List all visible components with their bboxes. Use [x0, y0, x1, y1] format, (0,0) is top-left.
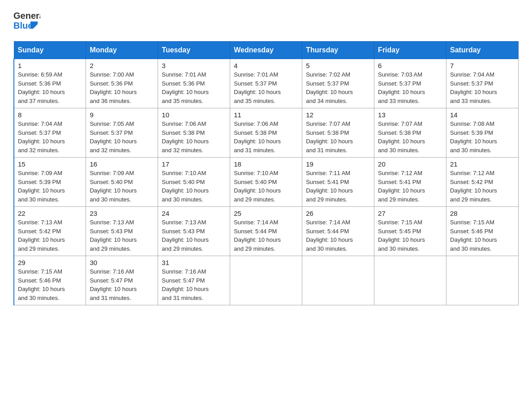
calendar-cell: 20 Sunrise: 7:12 AMSunset: 5:41 PMDaylig… [374, 158, 446, 207]
day-info: Sunrise: 7:13 AMSunset: 5:43 PMDaylight:… [90, 218, 154, 253]
calendar-week-row: 1 Sunrise: 6:59 AMSunset: 5:36 PMDayligh… [14, 59, 519, 108]
calendar-cell: 19 Sunrise: 7:11 AMSunset: 5:41 PMDaylig… [302, 158, 374, 207]
calendar-cell: 6 Sunrise: 7:03 AMSunset: 5:37 PMDayligh… [374, 59, 446, 108]
calendar-cell: 29 Sunrise: 7:15 AMSunset: 5:46 PMDaylig… [14, 256, 86, 305]
day-number: 25 [234, 210, 298, 217]
day-number: 26 [306, 210, 370, 217]
day-info: Sunrise: 7:11 AMSunset: 5:41 PMDaylight:… [306, 169, 370, 204]
day-info: Sunrise: 7:14 AMSunset: 5:44 PMDaylight:… [234, 218, 298, 253]
calendar-cell: 27 Sunrise: 7:15 AMSunset: 5:45 PMDaylig… [374, 207, 446, 256]
page-header: General Blue [13, 9, 519, 33]
calendar-cell: 13 Sunrise: 7:07 AMSunset: 5:38 PMDaylig… [374, 108, 446, 158]
day-number: 12 [306, 111, 370, 119]
calendar-cell: 30 Sunrise: 7:16 AMSunset: 5:47 PMDaylig… [86, 256, 158, 305]
calendar-cell: 15 Sunrise: 7:09 AMSunset: 5:39 PMDaylig… [14, 158, 86, 207]
calendar-cell: 22 Sunrise: 7:13 AMSunset: 5:42 PMDaylig… [14, 207, 86, 256]
calendar-cell: 24 Sunrise: 7:13 AMSunset: 5:43 PMDaylig… [158, 207, 230, 256]
day-info: Sunrise: 7:09 AMSunset: 5:40 PMDaylight:… [90, 169, 154, 204]
day-number: 29 [18, 259, 82, 266]
day-info: Sunrise: 7:01 AMSunset: 5:37 PMDaylight:… [234, 70, 298, 105]
svg-text:General: General [13, 11, 40, 21]
day-info: Sunrise: 7:12 AMSunset: 5:41 PMDaylight:… [378, 169, 442, 204]
calendar-cell: 4 Sunrise: 7:01 AMSunset: 5:37 PMDayligh… [230, 59, 302, 108]
day-info: Sunrise: 7:02 AMSunset: 5:37 PMDaylight:… [306, 70, 370, 105]
day-info: Sunrise: 7:10 AMSunset: 5:40 PMDaylight:… [162, 169, 226, 204]
day-header-wednesday: Wednesday [230, 42, 302, 59]
calendar-cell: 25 Sunrise: 7:14 AMSunset: 5:44 PMDaylig… [230, 207, 302, 256]
day-number: 8 [18, 111, 82, 119]
day-info: Sunrise: 7:08 AMSunset: 5:39 PMDaylight:… [450, 120, 515, 154]
day-number: 28 [450, 210, 515, 217]
calendar-cell: 7 Sunrise: 7:04 AMSunset: 5:37 PMDayligh… [446, 59, 519, 108]
logo: General Blue [13, 9, 40, 33]
day-info: Sunrise: 7:12 AMSunset: 5:42 PMDaylight:… [450, 169, 515, 204]
day-number: 30 [90, 259, 154, 266]
day-info: Sunrise: 7:04 AMSunset: 5:37 PMDaylight:… [18, 120, 82, 154]
day-info: Sunrise: 7:09 AMSunset: 5:39 PMDaylight:… [18, 169, 82, 204]
day-header-thursday: Thursday [302, 42, 374, 59]
calendar-cell: 11 Sunrise: 7:06 AMSunset: 5:38 PMDaylig… [230, 108, 302, 158]
day-number: 31 [162, 259, 226, 266]
calendar-cell: 2 Sunrise: 7:00 AMSunset: 5:36 PMDayligh… [86, 59, 158, 108]
day-info: Sunrise: 7:04 AMSunset: 5:37 PMDaylight:… [450, 70, 515, 105]
day-info: Sunrise: 7:05 AMSunset: 5:37 PMDaylight:… [90, 120, 154, 154]
day-number: 15 [18, 160, 82, 168]
day-header-monday: Monday [86, 42, 158, 59]
calendar-cell [374, 256, 446, 305]
day-number: 20 [378, 160, 442, 168]
day-info: Sunrise: 7:06 AMSunset: 5:38 PMDaylight:… [234, 120, 298, 154]
svg-text:Blue: Blue [13, 21, 33, 30]
day-number: 6 [378, 62, 442, 69]
calendar-cell: 23 Sunrise: 7:13 AMSunset: 5:43 PMDaylig… [86, 207, 158, 256]
calendar-cell: 28 Sunrise: 7:15 AMSunset: 5:46 PMDaylig… [446, 207, 519, 256]
day-info: Sunrise: 7:07 AMSunset: 5:38 PMDaylight:… [378, 120, 442, 154]
calendar-cell: 18 Sunrise: 7:10 AMSunset: 5:40 PMDaylig… [230, 158, 302, 207]
day-number: 19 [306, 160, 370, 168]
day-info: Sunrise: 7:15 AMSunset: 5:46 PMDaylight:… [450, 218, 515, 253]
calendar-week-row: 29 Sunrise: 7:15 AMSunset: 5:46 PMDaylig… [14, 256, 519, 305]
calendar-cell: 17 Sunrise: 7:10 AMSunset: 5:40 PMDaylig… [158, 158, 230, 207]
day-info: Sunrise: 7:06 AMSunset: 5:38 PMDaylight:… [162, 120, 226, 154]
calendar-cell: 8 Sunrise: 7:04 AMSunset: 5:37 PMDayligh… [14, 108, 86, 158]
calendar-cell: 9 Sunrise: 7:05 AMSunset: 5:37 PMDayligh… [86, 108, 158, 158]
calendar-cell: 14 Sunrise: 7:08 AMSunset: 5:39 PMDaylig… [446, 108, 519, 158]
day-number: 24 [162, 210, 226, 217]
day-number: 21 [450, 160, 515, 168]
day-header-sunday: Sunday [14, 42, 86, 59]
calendar-cell: 12 Sunrise: 7:07 AMSunset: 5:38 PMDaylig… [302, 108, 374, 158]
day-number: 17 [162, 160, 226, 168]
day-number: 27 [378, 210, 442, 217]
calendar-week-row: 15 Sunrise: 7:09 AMSunset: 5:39 PMDaylig… [14, 158, 519, 207]
day-header-saturday: Saturday [446, 42, 519, 59]
day-number: 2 [90, 62, 154, 69]
day-header-tuesday: Tuesday [158, 42, 230, 59]
calendar-cell [230, 256, 302, 305]
calendar-cell: 31 Sunrise: 7:16 AMSunset: 5:47 PMDaylig… [158, 256, 230, 305]
day-number: 14 [450, 111, 515, 119]
day-info: Sunrise: 7:03 AMSunset: 5:37 PMDaylight:… [378, 70, 442, 105]
day-info: Sunrise: 7:15 AMSunset: 5:45 PMDaylight:… [378, 218, 442, 253]
logo-icon: General Blue [13, 9, 40, 33]
day-number: 7 [450, 62, 515, 69]
day-number: 1 [18, 62, 82, 69]
day-info: Sunrise: 6:59 AMSunset: 5:36 PMDaylight:… [18, 70, 82, 105]
day-info: Sunrise: 7:00 AMSunset: 5:36 PMDaylight:… [90, 70, 154, 105]
day-number: 4 [234, 62, 298, 69]
day-number: 3 [162, 62, 226, 69]
day-info: Sunrise: 7:07 AMSunset: 5:38 PMDaylight:… [306, 120, 370, 154]
day-number: 23 [90, 210, 154, 217]
day-info: Sunrise: 7:13 AMSunset: 5:43 PMDaylight:… [162, 218, 226, 253]
day-info: Sunrise: 7:14 AMSunset: 5:44 PMDaylight:… [306, 218, 370, 253]
day-header-friday: Friday [374, 42, 446, 59]
calendar-table: SundayMondayTuesdayWednesdayThursdayFrid… [13, 41, 519, 305]
day-info: Sunrise: 7:16 AMSunset: 5:47 PMDaylight:… [90, 267, 154, 302]
day-number: 5 [306, 62, 370, 69]
calendar-cell: 1 Sunrise: 6:59 AMSunset: 5:36 PMDayligh… [14, 59, 86, 108]
day-number: 9 [90, 111, 154, 119]
calendar-cell: 3 Sunrise: 7:01 AMSunset: 5:36 PMDayligh… [158, 59, 230, 108]
calendar-header-row: SundayMondayTuesdayWednesdayThursdayFrid… [14, 42, 519, 59]
day-number: 22 [18, 210, 82, 217]
calendar-week-row: 22 Sunrise: 7:13 AMSunset: 5:42 PMDaylig… [14, 207, 519, 256]
day-info: Sunrise: 7:13 AMSunset: 5:42 PMDaylight:… [18, 218, 82, 253]
day-number: 18 [234, 160, 298, 168]
